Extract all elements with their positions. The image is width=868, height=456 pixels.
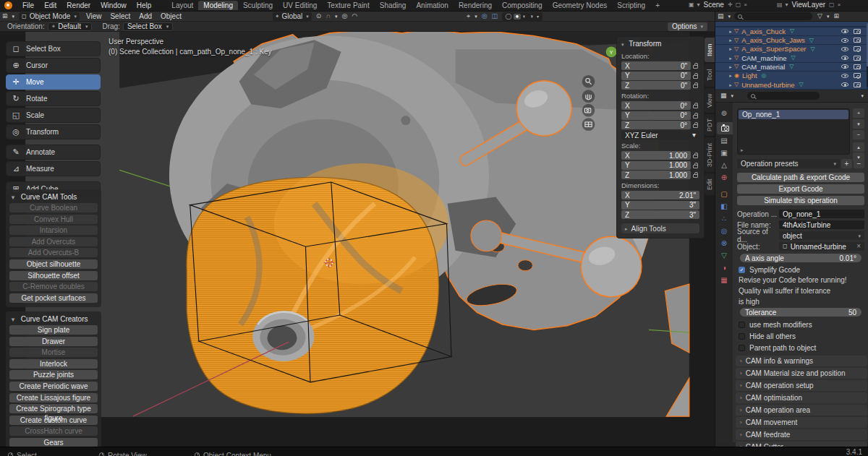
tool-transform[interactable]: ◎Transform [6, 124, 101, 139]
list-filter-expand-icon[interactable]: ▸ [741, 147, 744, 152]
lock-icon[interactable] [691, 103, 699, 108]
cam-button-interlock[interactable]: Interlock [9, 359, 98, 369]
drag-setting-dropdown[interactable]: Select Box ▾ [123, 22, 173, 31]
cam-button-silhouette-offset[interactable]: Silhouette offset [9, 271, 98, 280]
workspace-tab-animation[interactable]: Animation [411, 1, 453, 10]
falloff-icon[interactable]: ◠ [349, 13, 359, 20]
data-source-dropdown[interactable]: object ▾ [779, 231, 864, 240]
expand-icon[interactable]: ▸ [727, 73, 734, 78]
lock-icon[interactable] [691, 163, 699, 168]
chevron-down-icon[interactable]: ▾ [729, 93, 736, 98]
hide-in-viewport-icon[interactable] [841, 64, 848, 69]
lock-icon[interactable] [691, 113, 699, 119]
expand-icon[interactable]: ▸ [727, 29, 734, 34]
3d-viewport[interactable]: Z X Y [0, 32, 715, 447]
disable-in-renders-icon[interactable] [854, 38, 861, 43]
workspace-tab-texture-paint[interactable]: Texture Paint [322, 1, 374, 10]
lock-icon[interactable] [691, 82, 699, 88]
cam-button-drawer[interactable]: Drawer [9, 337, 98, 346]
disable-in-renders-icon[interactable] [854, 64, 861, 69]
transform-y-field[interactable]: Y1.000 [621, 161, 691, 170]
orientation-dropdown[interactable]: ⌖ Global ▾ [273, 12, 312, 21]
cam-button-get-pocket-surfaces[interactable]: Get pocket surfaces [9, 293, 98, 303]
properties-tab-texture[interactable]: ▦ [715, 274, 733, 286]
viewport-menu-view[interactable]: View [82, 12, 106, 20]
sidebar-tab-3d-print[interactable]: 3D-Print [705, 137, 715, 172]
outliner-item-light[interactable]: ▸◉Light◎ [715, 72, 867, 80]
rotation-mode-dropdown[interactable]: XYZ Euler▾ [621, 131, 699, 139]
workspace-tab-layout[interactable]: Layout [166, 1, 198, 10]
disable-in-renders-icon[interactable] [854, 46, 861, 51]
operations-list[interactable]: Op_none_1 ▸ [737, 108, 850, 155]
scene-selector[interactable]: ▣ ▾ Scene ✛ ▢ × [687, 1, 749, 9]
collapsed-panel-cam-info-warnings[interactable]: ›CAM info & warnings [736, 356, 867, 366]
chevron-down-icon[interactable]: ▾ [786, 2, 788, 8]
workspace-tab-uv-editing[interactable]: UV Editing [278, 1, 322, 10]
menu-edit[interactable]: Edit [39, 1, 61, 9]
rendered-shading-icon[interactable]: ◑ [528, 14, 535, 20]
wireframe-shading-icon[interactable]: ◯ [503, 14, 514, 20]
chevron-down-icon[interactable]: ▾ [10, 14, 17, 19]
properties-tab-render[interactable] [717, 122, 733, 134]
hide-in-viewport-icon[interactable] [841, 38, 848, 43]
menu-render[interactable]: Render [61, 1, 95, 9]
sidebar-tab-view[interactable]: View [705, 88, 715, 113]
cam-button-create-periodic-wave[interactable]: Create Periodic wave [9, 382, 98, 391]
scene-name[interactable]: Scene [704, 1, 724, 9]
collapsed-panel-cam-optimisation[interactable]: ›CAM optimisation [736, 392, 867, 403]
outliner-item-cam_material[interactable]: ▸▽CAM_material▽ [715, 63, 867, 72]
sidebar-tab-edit[interactable]: Edit [705, 173, 715, 195]
menu-help[interactable]: Help [132, 1, 157, 9]
cam-button-create-lissajous-figure[interactable]: Create Lissajous figure [9, 393, 98, 403]
workspace-tab--[interactable]: + [650, 1, 665, 10]
cam-button-object-silhouette[interactable]: Object silhouette [9, 259, 98, 269]
transform-z-field[interactable]: Z0" [621, 81, 691, 90]
transform-z-field[interactable]: Z0° [621, 121, 691, 129]
solid-shading-icon[interactable]: ● [514, 14, 521, 20]
properties-tab-particles[interactable]: ∴ [715, 212, 733, 225]
mode-dropdown[interactable]: ◻ Object Mode ▾ [19, 12, 80, 21]
proportional-editing-icon[interactable]: ◎ [339, 13, 349, 20]
tool-move[interactable]: ✛Move [6, 74, 101, 90]
cam-button-create-custom-curve[interactable]: Create custom curve [9, 416, 98, 425]
close-icon[interactable]: × [838, 2, 841, 8]
pivot-point-icon[interactable]: ⊙ [314, 13, 324, 20]
workspace-tab-geometry-nodes[interactable]: Geometry Nodes [548, 1, 613, 10]
operation-presets-dropdown[interactable]: Operation presets ▾ [737, 159, 840, 168]
properties-search-input[interactable] [747, 92, 820, 100]
properties-tab-data[interactable]: ▽ [715, 249, 733, 262]
operation-list-item[interactable]: Op_none_1 [739, 110, 848, 119]
zoom-button[interactable] [582, 75, 595, 88]
overlays-icon[interactable]: ◎ [480, 13, 490, 20]
chevron-down-icon[interactable]: ▾ [333, 14, 340, 19]
checkbox-parent-path-to-object[interactable]: Parent path to object [739, 344, 816, 352]
lock-icon[interactable] [691, 172, 699, 178]
file-name-field[interactable]: 4thAxisTurbine [779, 220, 864, 229]
hide-in-viewport-icon[interactable] [841, 82, 848, 87]
properties-tab-scene[interactable]: △ [715, 159, 733, 171]
new-scene-icon[interactable]: ▢ [736, 2, 741, 8]
tool-annotate[interactable]: ✎Annotate [6, 145, 101, 160]
hide-in-viewport-icon[interactable] [841, 56, 848, 60]
hide-in-viewport-icon[interactable] [841, 47, 848, 51]
object-picker-field[interactable]: ◻ Unnamed-turbine × [779, 242, 864, 251]
cam-button-sign-plate[interactable]: Sign plate [9, 325, 98, 335]
menu-window[interactable]: Window [95, 1, 132, 9]
show-gizmo-icon[interactable]: ⌖ [464, 13, 472, 20]
pin-icon[interactable]: ✛ [728, 2, 733, 8]
new-viewlayer-icon[interactable]: ▢ [829, 2, 835, 8]
workspace-tab-shading[interactable]: Shading [375, 1, 412, 10]
disable-in-renders-icon[interactable] [854, 82, 861, 87]
transform-y-field[interactable]: Y0" [621, 72, 691, 80]
outliner-item-unnamed-turbine[interactable]: ▸▽Unnamed-turbine▽ [715, 80, 867, 89]
expand-icon[interactable]: ▸ [727, 82, 734, 87]
properties-tab-view-layer[interactable]: ▣ [715, 147, 733, 159]
blender-logo-icon[interactable] [4, 1, 12, 9]
material-shading-icon[interactable]: ◐ [521, 14, 528, 20]
transform-y-field[interactable]: Y0° [621, 111, 691, 120]
xray-icon[interactable]: ◫ [490, 13, 501, 20]
move-operation-up-button[interactable]: ▲ [853, 142, 864, 152]
tool-measure[interactable]: ⊿Measure [6, 161, 101, 176]
tool-scale[interactable]: ◱Scale [6, 108, 101, 123]
viewport-menu-add[interactable]: Add [135, 12, 156, 20]
